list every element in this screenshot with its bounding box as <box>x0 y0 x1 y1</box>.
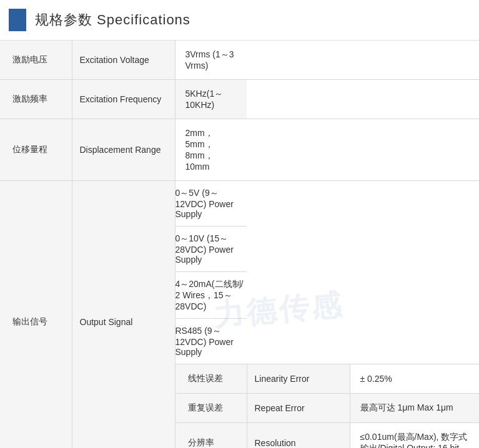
chinese-label-excitation-voltage: 激励电压 <box>0 41 72 80</box>
chinese-label-linearity-error: 线性误差 <box>175 364 247 394</box>
output-value-2: 4～20mA(二线制/ 2 Wires，15～28VDC) <box>175 272 247 319</box>
chinese-label-excitation-frequency: 激励频率 <box>0 80 72 119</box>
value-excitation-frequency: 5KHz(1～10KHz) <box>175 80 247 119</box>
header-accent-bar <box>9 9 26 31</box>
chinese-label-output-signal: 输出信号 <box>0 181 72 449</box>
english-label-repeat-error: Repeat Error <box>247 394 350 423</box>
table-row-excitation-voltage: 激励电压 Excitation Voltage 3Vrms (1～3 Vrms) <box>0 41 479 80</box>
output-value-1: 0～10V (15～28VDC) Power Supply <box>175 226 247 272</box>
value-displacement-range: 2mm，5mm，8mm，10mm <box>175 119 247 181</box>
output-sub-row-1: 0～10V (15～28VDC) Power Supply <box>175 226 247 272</box>
output-sub-row-3: RS485 (9～12VDC) Power Supply <box>175 319 247 364</box>
output-sub-row-0: 0～5V (9～12VDC) Power Supply <box>175 181 247 226</box>
chinese-label-displacement-range: 位移量程 <box>0 119 72 181</box>
value-repeat-error: 最高可达 1μm Max 1μm <box>350 394 479 423</box>
page-title: 规格参数 Specifications <box>35 11 190 29</box>
output-value-0: 0～5V (9～12VDC) Power Supply <box>175 181 247 226</box>
value-output-signal: 0～5V (9～12VDC) Power Supply 0～10V (15～28… <box>175 181 247 364</box>
spec-table: 激励电压 Excitation Voltage 3Vrms (1～3 Vrms)… <box>0 41 479 448</box>
chinese-label-repeat-error: 重复误差 <box>175 394 247 423</box>
english-label-output-signal: Output Signal <box>72 181 175 449</box>
english-label-linearity-error: Linearity Error <box>247 364 350 394</box>
table-row-output-signal: 输出信号 Output Signal 0～5V (9～12VDC) Power … <box>0 181 479 364</box>
english-label-excitation-voltage: Excitation Voltage <box>72 41 175 80</box>
english-label-resolution: Resolution <box>247 423 350 449</box>
chinese-label-resolution: 分辨率 <box>175 423 247 449</box>
table-row-displacement-range: 位移量程 Displacement Range 2mm，5mm，8mm，10mm <box>0 119 479 181</box>
table-row-excitation-frequency: 激励频率 Excitation Frequency 5KHz(1～10KHz) <box>0 80 479 119</box>
output-sub-table: 0～5V (9～12VDC) Power Supply 0～10V (15～28… <box>175 181 247 364</box>
header: 规格参数 Specifications <box>0 0 479 41</box>
page-wrapper: 规格参数 Specifications 力德传感 激励电压 Excitation… <box>0 0 479 448</box>
english-label-displacement-range: Displacement Range <box>72 119 175 181</box>
value-excitation-voltage: 3Vrms (1～3 Vrms) <box>175 41 247 80</box>
value-linearity-error: ± 0.25% <box>350 364 479 394</box>
english-label-excitation-frequency: Excitation Frequency <box>72 80 175 119</box>
output-sub-row-2: 4～20mA(二线制/ 2 Wires，15～28VDC) <box>175 272 247 319</box>
spec-table-container: 力德传感 激励电压 Excitation Voltage 3Vrms (1～3 … <box>0 41 479 448</box>
value-resolution: ≤0.01um(最高/Max), 数字式输出/Digital Output: 1… <box>350 423 479 449</box>
output-value-3: RS485 (9～12VDC) Power Supply <box>175 319 247 364</box>
